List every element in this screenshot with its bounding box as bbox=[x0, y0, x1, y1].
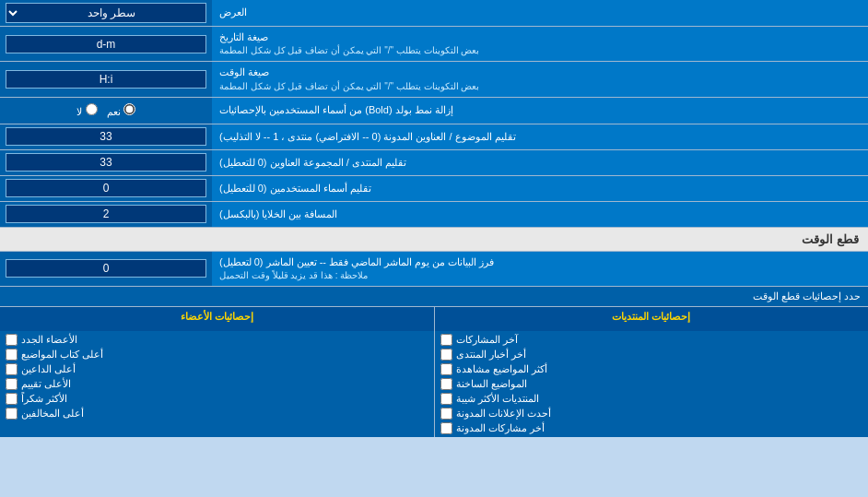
stats-col1-header: إحصائيات المنتديات bbox=[434, 307, 869, 331]
stats-col2-item-label: أعلى الداعين bbox=[21, 363, 76, 375]
time-format-row: صيغة الوقت بعض التكوينات يتطلب "/" التي … bbox=[0, 62, 868, 97]
topic-titles-field[interactable] bbox=[6, 127, 206, 146]
display-mode-input[interactable]: سطر واحد bbox=[0, 0, 212, 26]
stats-col2-item-label: الأعضاء الجدد bbox=[21, 334, 77, 346]
list-item: أعلى الداعين bbox=[6, 363, 428, 375]
stats-col1-checkbox-6[interactable] bbox=[440, 422, 452, 434]
stats-header-title: حدد إحصائيات قطع الوقت bbox=[753, 290, 861, 302]
stats-cols-header: إحصائيات المنتديات إحصائيات الأعضاء bbox=[0, 307, 868, 331]
stats-col1-checkboxes: آخر المشاركاتأخر أخبار المنتدىأكثر الموا… bbox=[434, 331, 869, 437]
list-item: الأعضاء الجدد bbox=[6, 334, 428, 346]
main-container: العرض سطر واحد صيغة التاريخ بعض التكوينا… bbox=[0, 0, 868, 437]
stats-col1-item-label: أحدث الإعلانات المدونة bbox=[456, 408, 551, 420]
list-item: آخر المشاركات bbox=[440, 334, 863, 346]
realtime-filter-row: فرز البيانات من يوم الماشر الماضي فقط --… bbox=[0, 252, 868, 287]
stats-col1-checkbox-5[interactable] bbox=[440, 408, 452, 420]
realtime-filter-label: فرز البيانات من يوم الماشر الماضي فقط --… bbox=[212, 252, 868, 286]
remove-bold-yes-radio[interactable] bbox=[123, 103, 135, 115]
cell-spacing-field[interactable] bbox=[6, 205, 206, 223]
cell-spacing-row: المسافة بين الخلايا (بالبكسل) bbox=[0, 202, 868, 228]
date-format-label: صيغة التاريخ بعض التكوينات يتطلب "/" الت… bbox=[212, 27, 868, 61]
stats-col1-item-label: آخر المشاركات bbox=[456, 334, 518, 346]
list-item: الأعلى تقييم bbox=[6, 378, 428, 390]
cell-spacing-title: المسافة بين الخلايا (بالبكسل) bbox=[219, 207, 338, 221]
stats-col2-checkbox-0[interactable] bbox=[6, 334, 18, 346]
forum-titles-row: تقليم المنتدى / المجموعة العناوين (0 للت… bbox=[0, 150, 868, 176]
remove-bold-yes-label: نعم bbox=[107, 103, 135, 118]
list-item: المنتديات الأكثر شيبة bbox=[440, 393, 863, 405]
cell-spacing-input-wrap[interactable] bbox=[0, 202, 212, 227]
user-names-field[interactable] bbox=[6, 179, 206, 197]
list-item: أعلى كتاب المواضيع bbox=[6, 349, 428, 361]
date-format-input-wrap[interactable] bbox=[0, 27, 212, 61]
stats-col2-item-label: أعلى كتاب المواضيع bbox=[21, 349, 103, 361]
stats-col2-item-label: أعلى المخالفين bbox=[21, 408, 84, 420]
stats-col1-checkbox-1[interactable] bbox=[440, 349, 452, 361]
page-title-label: العرض bbox=[212, 0, 868, 26]
list-item: الأكثر شكراً bbox=[6, 393, 428, 405]
stats-col2-checkbox-1[interactable] bbox=[6, 349, 18, 361]
topic-titles-title: تقليم الموضوع / العناوين المدونة (0 -- ا… bbox=[219, 130, 516, 144]
date-format-field[interactable] bbox=[6, 35, 206, 53]
time-format-label: صيغة الوقت بعض التكوينات يتطلب "/" التي … bbox=[212, 62, 868, 96]
stats-col1-checkbox-3[interactable] bbox=[440, 378, 452, 390]
stats-col2-checkbox-3[interactable] bbox=[6, 378, 18, 390]
stats-checkboxes-row: آخر المشاركاتأخر أخبار المنتدىأكثر الموا… bbox=[0, 331, 868, 437]
remove-bold-row: إزالة نمط بولد (Bold) من أسماء المستخدمي… bbox=[0, 98, 868, 124]
display-mode-select[interactable]: سطر واحد bbox=[6, 3, 206, 23]
stats-col2-checkbox-5[interactable] bbox=[6, 408, 18, 420]
remove-bold-input-wrap: نعم لا bbox=[0, 98, 212, 124]
remove-bold-no-label: لا bbox=[76, 103, 97, 118]
stats-col2-checkbox-2[interactable] bbox=[6, 363, 18, 375]
list-item: أخر مشاركات المدونة bbox=[440, 422, 863, 434]
realtime-section-header: قطع الوقت bbox=[0, 228, 868, 252]
forum-titles-input-wrap[interactable] bbox=[0, 150, 212, 175]
time-format-title: صيغة الوقت bbox=[219, 65, 269, 79]
topic-titles-label: تقليم الموضوع / العناوين المدونة (0 -- ا… bbox=[212, 124, 868, 149]
title-row: العرض سطر واحد bbox=[0, 0, 868, 27]
user-names-title: تقليم أسماء المستخدمين (0 للتعطيل) bbox=[219, 182, 371, 195]
forum-titles-field[interactable] bbox=[6, 153, 206, 172]
date-format-sublabel: بعض التكوينات يتطلب "/" التي يمكن أن تضا… bbox=[219, 44, 479, 57]
stats-col2-title: إحصائيات الأعضاء bbox=[181, 311, 253, 322]
realtime-section-title: قطع الوقت bbox=[802, 232, 859, 246]
stats-col2-checkboxes: الأعضاء الجددأعلى كتاب المواضيعأعلى الدا… bbox=[0, 331, 434, 437]
date-format-row: صيغة التاريخ بعض التكوينات يتطلب "/" الت… bbox=[0, 27, 868, 62]
list-item: أخر أخبار المنتدى bbox=[440, 349, 863, 361]
realtime-filter-input-wrap[interactable] bbox=[0, 252, 212, 286]
time-format-input-wrap[interactable] bbox=[0, 62, 212, 96]
realtime-filter-title: فرز البيانات من يوم الماشر الماضي فقط --… bbox=[219, 255, 494, 269]
page-title: العرض bbox=[219, 6, 247, 19]
user-names-label: تقليم أسماء المستخدمين (0 للتعطيل) bbox=[212, 176, 868, 201]
user-names-row: تقليم أسماء المستخدمين (0 للتعطيل) bbox=[0, 176, 868, 202]
cell-spacing-label: المسافة بين الخلايا (بالبكسل) bbox=[212, 202, 868, 227]
remove-bold-radio-group: نعم لا bbox=[69, 101, 142, 121]
list-item: المواضيع الساخنة bbox=[440, 378, 863, 390]
remove-bold-label: إزالة نمط بولد (Bold) من أسماء المستخدمي… bbox=[212, 98, 868, 124]
stats-col1-item-label: أكثر المواضيع مشاهدة bbox=[456, 363, 547, 375]
stats-header-row: حدد إحصائيات قطع الوقت bbox=[0, 287, 868, 307]
stats-col2-header: إحصائيات الأعضاء bbox=[0, 307, 434, 331]
date-format-title: صيغة التاريخ bbox=[219, 30, 268, 44]
stats-col1-item-label: المنتديات الأكثر شيبة bbox=[456, 393, 539, 405]
stats-col1-item-label: أخر مشاركات المدونة bbox=[456, 422, 545, 434]
realtime-filter-field[interactable] bbox=[6, 259, 206, 278]
realtime-filter-sublabel: ملاحظة : هذا قد يزيد قليلاً وقت التحميل bbox=[219, 269, 368, 282]
stats-col2-checkbox-4[interactable] bbox=[6, 393, 18, 405]
time-format-sublabel: بعض التكوينات يتطلب "/" التي يمكن أن تضا… bbox=[219, 80, 479, 93]
remove-bold-title: إزالة نمط بولد (Bold) من أسماء المستخدمي… bbox=[219, 103, 453, 117]
remove-bold-no-radio[interactable] bbox=[86, 103, 98, 115]
stats-col1-item-label: المواضيع الساخنة bbox=[456, 378, 527, 390]
user-names-input-wrap[interactable] bbox=[0, 176, 212, 201]
forum-titles-title: تقليم المنتدى / المجموعة العناوين (0 للت… bbox=[219, 156, 406, 170]
stats-col1-checkbox-4[interactable] bbox=[440, 393, 452, 405]
stats-col1-item-label: أخر أخبار المنتدى bbox=[456, 349, 526, 361]
stats-col2-item-label: الأكثر شكراً bbox=[21, 393, 67, 405]
list-item: أحدث الإعلانات المدونة bbox=[440, 408, 863, 420]
stats-col1-checkbox-2[interactable] bbox=[440, 363, 452, 375]
stats-col1-title: إحصائيات المنتديات bbox=[612, 311, 690, 322]
list-item: أعلى المخالفين bbox=[6, 408, 428, 420]
topic-titles-input-wrap[interactable] bbox=[0, 124, 212, 149]
time-format-field[interactable] bbox=[6, 70, 206, 89]
stats-col1-checkbox-0[interactable] bbox=[440, 334, 452, 346]
